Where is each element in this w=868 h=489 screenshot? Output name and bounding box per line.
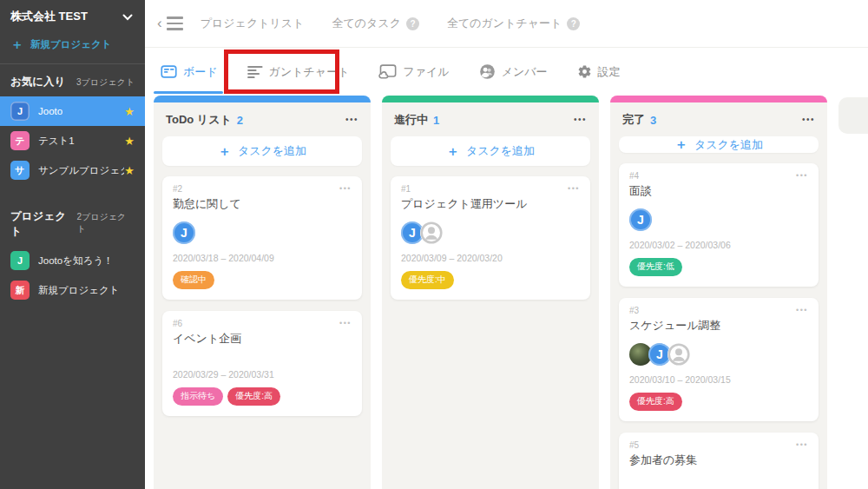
column-menu-button[interactable]: ••• [574, 116, 587, 124]
add-list-placeholder[interactable] [838, 97, 868, 134]
column-title: 完了 [622, 112, 645, 128]
gantt-icon [247, 65, 263, 78]
card-menu-button[interactable]: ••• [339, 185, 352, 193]
column-color-bar [154, 96, 371, 102]
projects-header: プロジェクト 2プロジェクト [0, 199, 145, 246]
project-initial-icon: 新 [10, 281, 30, 300]
members-icon [479, 63, 496, 80]
task-card[interactable]: #6•••イベント企画2020/03/29 – 2020/03/31指示待ち優先… [162, 311, 362, 416]
tab-files[interactable]: ファイル [378, 48, 449, 96]
card-title: 勤怠に関して [173, 196, 352, 212]
sidebar-item-label: テスト1 [38, 135, 75, 148]
org-name: 株式会社 TEST [10, 9, 88, 24]
card-menu-button[interactable]: ••• [796, 307, 808, 314]
sidebar-item[interactable]: ササンプルプロジェクト★ [0, 155, 145, 185]
sidebar: 株式会社 TEST ＋ 新規プロジェクト お気に入り 3プロジェクト JJoot… [0, 0, 145, 489]
chevron-down-icon [122, 9, 133, 24]
nav-item-label: プロジェクトリスト [201, 16, 305, 31]
column-header: ToDo リスト2••• [154, 102, 371, 136]
nav-item-2[interactable]: 全てのガントチャート? [447, 16, 580, 31]
card-header: #2••• [173, 184, 352, 194]
add-task-button[interactable]: ＋タスクを追加 [619, 136, 819, 153]
star-icon[interactable]: ★ [124, 135, 135, 148]
task-card[interactable]: #4•••面談J2020/03/02 – 2020/03/06優先度:低 [619, 163, 819, 287]
task-card[interactable]: #1•••プロジェクト運用ツールJ2020/03/09 – 2020/03/20… [391, 176, 590, 300]
nav-item-0[interactable]: プロジェクトリスト [201, 16, 305, 31]
column-menu-button[interactable]: ••• [345, 116, 358, 124]
favorites-list: JJooto★テテスト1★ササンプルプロジェクト★ [0, 96, 145, 185]
sidebar-item[interactable]: テテスト1★ [0, 126, 145, 155]
sidebar-item[interactable]: JJootoを知ろう！ [0, 246, 145, 275]
sidebar-item-label: 新規プロジェクト [38, 284, 120, 297]
board-icon [161, 65, 177, 78]
nav-item-1[interactable]: 全てのタスク? [332, 16, 419, 31]
projects-count: 2プロジェクト [76, 211, 135, 235]
sidebar-item[interactable]: 新新規プロジェクト [0, 275, 145, 305]
card-badge: 優先度:高 [629, 393, 682, 411]
card-badges: 優先度:中 [401, 271, 580, 289]
card-dates: 2020/03/10 – 2020/03/15 [629, 374, 808, 385]
column-color-bar [382, 96, 599, 102]
tab-members[interactable]: メンバー [479, 48, 548, 96]
card-badge: 指示待ち [173, 387, 223, 406]
tab-gantt[interactable]: ガントチャート [247, 48, 350, 96]
card-menu-button[interactable]: ••• [796, 441, 808, 449]
card-title: スケジュール調整 [629, 318, 808, 334]
task-card[interactable]: #5•••参加者の募集2020/03/01 – 2020/03/05 [619, 433, 819, 489]
help-icon[interactable]: ? [567, 17, 580, 30]
new-project-button[interactable]: ＋ 新規プロジェクト [0, 30, 145, 63]
card-menu-button[interactable]: ••• [339, 320, 352, 327]
card-title: プロジェクト運用ツール [401, 196, 580, 212]
add-task-label: タスクを追加 [694, 137, 763, 153]
sidebar-item-label: Jooto [38, 106, 62, 116]
kanban-board: ToDo リスト2•••＋タスクを追加#2•••勤怠に関してJ2020/03/1… [145, 96, 868, 489]
project-initial-icon: J [10, 251, 30, 270]
plus-icon: ＋ [10, 36, 23, 53]
card-id: #2 [173, 184, 182, 194]
nav-items: プロジェクトリスト全てのタスク?全てのガントチャート? [201, 16, 608, 31]
tab-label: メンバー [502, 64, 548, 80]
card-avatars: J [173, 221, 352, 244]
add-task-label: タスクを追加 [466, 143, 535, 159]
sidebar-item[interactable]: JJooto★ [0, 96, 145, 126]
column-header: 完了3••• [610, 102, 827, 136]
jooto-avatar: J [173, 221, 195, 244]
org-selector[interactable]: 株式会社 TEST [0, 0, 145, 30]
card-header: #4••• [629, 171, 808, 181]
star-icon[interactable]: ★ [124, 164, 135, 177]
card-id: #6 [173, 319, 182, 328]
column-menu-button[interactable]: ••• [802, 116, 815, 124]
add-task-button[interactable]: ＋タスクを追加 [162, 136, 362, 166]
card-badges: 優先度:高 [629, 393, 808, 411]
new-project-label: 新規プロジェクト [30, 38, 112, 51]
card-badges: 確認中 [173, 271, 352, 289]
board-column: ToDo リスト2•••＋タスクを追加#2•••勤怠に関してJ2020/03/1… [154, 96, 371, 489]
card-dates: 2020/03/02 – 2020/03/06 [629, 240, 808, 250]
tab-board[interactable]: ボード [161, 48, 218, 96]
card-menu-button[interactable]: ••• [796, 172, 808, 180]
tab-settings[interactable]: 設定 [577, 48, 621, 96]
column-task-count: 1 [433, 114, 439, 127]
collapse-menu-button[interactable]: ‹ [157, 17, 183, 30]
card-id: #5 [629, 440, 639, 450]
card-menu-button[interactable]: ••• [568, 185, 580, 193]
add-task-label: タスクを追加 [238, 143, 306, 159]
column-task-count: 2 [237, 114, 243, 127]
help-icon[interactable]: ? [406, 17, 419, 30]
plus-icon: ＋ [674, 136, 687, 153]
tab-label: ボード [183, 64, 218, 80]
card-dates: 2020/03/18 – 2020/04/09 [173, 253, 352, 263]
card-id: #4 [629, 171, 639, 181]
sidebar-item-label: サンプルプロジェクト [38, 164, 124, 177]
task-card[interactable]: #3•••スケジュール調整J2020/03/10 – 2020/03/15優先度… [619, 298, 819, 421]
task-card[interactable]: #2•••勤怠に関してJ2020/03/18 – 2020/04/09確認中 [162, 176, 362, 300]
tab-bar: ボードガントチャートファイルメンバー設定 [145, 48, 868, 96]
card-badges: 優先度:低 [629, 258, 808, 276]
star-icon[interactable]: ★ [124, 105, 135, 118]
add-task-button[interactable]: ＋タスクを追加 [391, 136, 590, 166]
column-title: 進行中 [394, 112, 428, 128]
card-id: #1 [401, 184, 411, 194]
top-nav: ‹ プロジェクトリスト全てのタスク?全てのガントチャート? [145, 0, 868, 48]
project-initial-icon: サ [10, 161, 30, 180]
projects-list: JJootoを知ろう！新新規プロジェクト [0, 246, 145, 305]
